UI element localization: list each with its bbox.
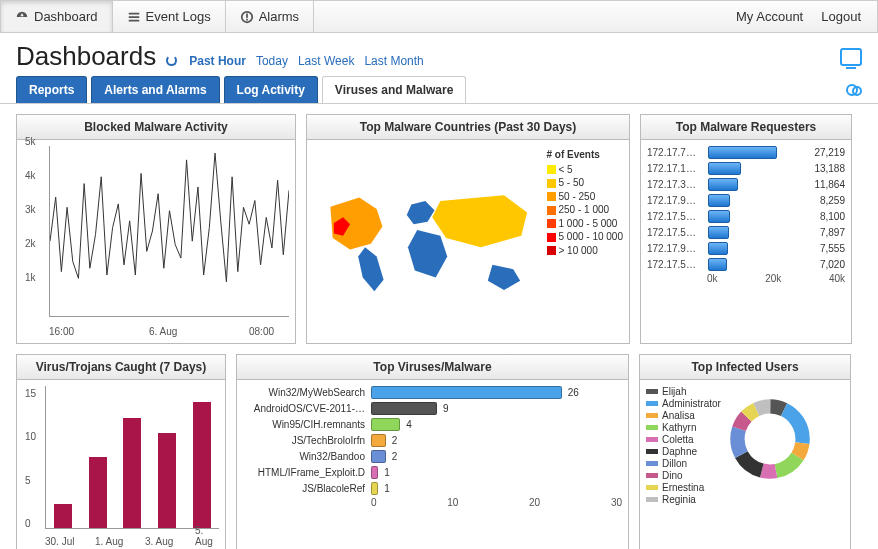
user-name: Elijah: [662, 386, 686, 397]
virus-name: AndroidOS/CVE-2011-…: [243, 403, 365, 414]
requester-count: 13,188: [814, 163, 845, 174]
user-swatch: [646, 449, 658, 454]
legend-item: 1 000 - 5 000: [547, 217, 624, 231]
requester-count: 7,020: [820, 259, 845, 270]
user-swatch: [646, 401, 658, 406]
time-filter-last-week[interactable]: Last Week: [298, 54, 354, 68]
panel-virus-caught: Virus/Trojans Caught (7 Days) 05101530. …: [16, 354, 226, 549]
user-swatch: [646, 437, 658, 442]
y-tick: 0: [25, 518, 31, 529]
virus-name: JS/BlacoleRef: [243, 483, 365, 494]
legend-item: 50 - 250: [547, 190, 624, 204]
x-tick: 5. Aug: [195, 525, 219, 547]
y-tick: 5: [25, 475, 31, 486]
top-nav: Dashboard Event Logs Alarms: [1, 1, 314, 32]
user-name: Administrator: [662, 398, 721, 409]
nav-event-logs[interactable]: Event Logs: [113, 1, 226, 32]
user-row: Dino: [646, 470, 721, 481]
y-tick: 5k: [25, 136, 36, 147]
virus-row: Win95/CIH.remnants 4: [243, 418, 614, 431]
requester-row: 172.17.1… 13,188: [647, 162, 845, 175]
panel-top-viruses: Top Viruses/Malware Win32/MyWebSearch 26…: [236, 354, 629, 549]
x-tick: 16:00: [49, 326, 74, 337]
refresh-icon[interactable]: [166, 55, 177, 66]
nav-dashboard[interactable]: Dashboard: [1, 1, 113, 32]
axis-label: 20k: [765, 273, 781, 284]
requester-count: 8,259: [820, 195, 845, 206]
panel-grid: Blocked Malware Activity 1k2k3k4k5k16:00…: [0, 104, 878, 549]
y-tick: 10: [25, 431, 36, 442]
virus-name: HTML/IFrame_Exploit.D: [243, 467, 365, 478]
panel-infected-users: Top Infected Users ElijahAdministratorAn…: [639, 354, 851, 549]
requesters-axis: 0k 20k 40k: [647, 271, 845, 284]
tab-log-activity[interactable]: Log Activity: [224, 76, 318, 103]
caught-bar: [193, 402, 211, 528]
legend-item: 250 - 1 000: [547, 203, 624, 217]
time-filter-past-hour[interactable]: Past Hour: [189, 54, 246, 68]
caught-bar: [89, 457, 107, 528]
y-tick: 3k: [25, 204, 36, 215]
axis-label: 30: [611, 497, 622, 508]
virus-count: 26: [568, 387, 579, 398]
requester-count: 11,864: [814, 179, 845, 190]
user-name: Ernestina: [662, 482, 704, 493]
user-row: Reginia: [646, 494, 721, 505]
requester-count: 7,897: [820, 227, 845, 238]
panel-topvm-title: Top Viruses/Malware: [237, 355, 628, 380]
infected-user-list: ElijahAdministratorAnalisaKathyrnColetta…: [646, 386, 721, 505]
monitor-icon[interactable]: [840, 48, 862, 66]
user-name: Dillon: [662, 458, 687, 469]
user-swatch: [646, 485, 658, 490]
time-filter-today[interactable]: Today: [256, 54, 288, 68]
map-legend: # of Events < 55 - 5050 - 250250 - 1 000…: [545, 146, 624, 337]
requester-row: 172.17.5… 7,897: [647, 226, 845, 239]
virus-row: JS/BlacoleRef 1: [243, 482, 614, 495]
virus-count: 1: [384, 467, 390, 478]
panel-blocked-title: Blocked Malware Activity: [17, 115, 295, 140]
user-swatch: [646, 461, 658, 466]
virus-count: 1: [384, 483, 390, 494]
user-row: Dillon: [646, 458, 721, 469]
user-name: Dino: [662, 470, 683, 481]
panel-caught-title: Virus/Trojans Caught (7 Days): [17, 355, 225, 380]
virus-count: 4: [406, 419, 412, 430]
user-swatch: [646, 473, 658, 478]
requester-row: 172.17.9… 7,555: [647, 242, 845, 255]
world-map: [313, 146, 545, 337]
my-account-link[interactable]: My Account: [736, 9, 803, 24]
user-swatch: [646, 497, 658, 502]
caught-column-chart: 05101530. Jul1. Aug3. Aug5. Aug: [23, 386, 219, 547]
svg-rect-1: [246, 13, 248, 17]
panel-infected-title: Top Infected Users: [640, 355, 850, 380]
user-swatch: [646, 425, 658, 430]
requester-ip: 172.17.9…: [647, 243, 703, 254]
requester-ip: 172.17.5…: [647, 211, 703, 222]
tab-reports[interactable]: Reports: [16, 76, 87, 103]
gauge-icon: [15, 10, 29, 24]
tab-viruses-malware[interactable]: Viruses and Malware: [322, 76, 467, 103]
time-filter-last-month[interactable]: Last Month: [364, 54, 423, 68]
caught-bar: [158, 433, 176, 528]
y-tick: 1k: [25, 272, 36, 283]
requester-ip: 172.17.7…: [647, 147, 703, 158]
user-name: Analisa: [662, 410, 695, 421]
y-tick: 4k: [25, 170, 36, 181]
logout-link[interactable]: Logout: [821, 9, 861, 24]
virus-count: 2: [392, 451, 398, 462]
nav-alarms[interactable]: Alarms: [226, 1, 314, 32]
x-tick: 30. Jul: [45, 536, 74, 547]
page-title: Dashboards: [16, 41, 156, 72]
virus-name: Win95/CIH.remnants: [243, 419, 365, 430]
virus-count: 2: [392, 435, 398, 446]
nav-alarms-label: Alarms: [259, 9, 299, 24]
settings-icon[interactable]: [846, 84, 862, 96]
tab-alerts-alarms[interactable]: Alerts and Alarms: [91, 76, 219, 103]
tab-row: Reports Alerts and Alarms Log Activity V…: [0, 76, 878, 104]
time-filter-group: Past Hour Today Last Week Last Month: [166, 54, 424, 68]
virus-name: Win32/MyWebSearch: [243, 387, 365, 398]
requester-ip: 172.17.5…: [647, 259, 703, 270]
user-row: Kathyrn: [646, 422, 721, 433]
requester-ip: 172.17.3…: [647, 179, 703, 190]
legend-item: 5 - 50: [547, 176, 624, 190]
x-tick: 1. Aug: [95, 536, 123, 547]
